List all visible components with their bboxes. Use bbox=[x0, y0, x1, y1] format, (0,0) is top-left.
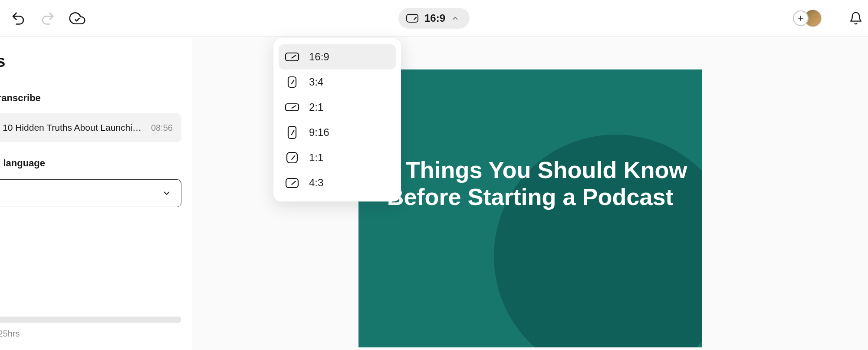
ratio-option-label: 1:1 bbox=[309, 152, 323, 164]
language-select[interactable]: h bbox=[0, 179, 181, 207]
audio-file-item[interactable]: 10 Hidden Truths About Launching ... 08:… bbox=[0, 113, 181, 142]
svg-line-9 bbox=[292, 80, 294, 84]
main-body: es es to transcribe 10 Hidden Truths Abo… bbox=[0, 36, 868, 350]
svg-rect-12 bbox=[288, 126, 296, 139]
transcribe-section-label: es to transcribe bbox=[0, 92, 192, 104]
redo-button[interactable] bbox=[38, 9, 57, 28]
ratio-shape-icon bbox=[285, 126, 299, 139]
add-collaborator-button[interactable] bbox=[793, 10, 809, 26]
aspect-ratio-value: 16:9 bbox=[424, 12, 445, 24]
video-canvas[interactable]: 10 Things You Should Know Before Startin… bbox=[358, 69, 702, 347]
ratio-option-3-4[interactable]: 3:4 bbox=[279, 69, 396, 95]
ratio-option-label: 4:3 bbox=[309, 177, 323, 189]
toolbar-left-group bbox=[9, 9, 87, 28]
toolbar-divider bbox=[834, 9, 834, 28]
cloud-sync-button[interactable] bbox=[68, 9, 87, 28]
ratio-shape-icon bbox=[285, 101, 299, 114]
ratio-option-label: 3:4 bbox=[309, 76, 323, 88]
notifications-button[interactable] bbox=[846, 9, 865, 28]
usage-total: / 25hrs bbox=[0, 329, 20, 338]
ratio-option-label: 16:9 bbox=[309, 51, 329, 63]
svg-rect-0 bbox=[407, 14, 418, 22]
toolbar-right-group bbox=[793, 9, 859, 28]
toolbar-center-group: 16:9 bbox=[398, 8, 470, 29]
ratio-option-4-3[interactable]: 4:3 bbox=[279, 170, 396, 195]
top-toolbar: 16:9 bbox=[0, 0, 868, 36]
usage-progress-bar bbox=[0, 317, 181, 323]
svg-line-7 bbox=[292, 55, 296, 58]
svg-rect-14 bbox=[287, 152, 297, 163]
ratio-shape-icon bbox=[285, 176, 299, 189]
ratio-shape-icon bbox=[285, 151, 299, 164]
svg-rect-8 bbox=[288, 77, 296, 87]
sidebar-heading: es bbox=[0, 52, 192, 71]
ratio-option-2-1[interactable]: 2:1 bbox=[279, 95, 396, 120]
svg-rect-10 bbox=[286, 104, 299, 111]
aspect-ratio-icon bbox=[406, 14, 418, 23]
svg-line-17 bbox=[292, 181, 295, 184]
undo-button[interactable] bbox=[9, 9, 28, 28]
bell-icon bbox=[849, 11, 863, 25]
canvas-title-text: 10 Things You Should Know Before Startin… bbox=[358, 156, 702, 210]
cloud-check-icon bbox=[69, 10, 85, 26]
language-section-label: oken language bbox=[0, 158, 192, 169]
ratio-option-label: 9:16 bbox=[309, 126, 329, 139]
file-title: 10 Hidden Truths About Launching ... bbox=[3, 122, 144, 133]
aspect-ratio-selector[interactable]: 16:9 bbox=[398, 8, 470, 29]
file-duration: 08:56 bbox=[151, 123, 173, 133]
sidebar: es es to transcribe 10 Hidden Truths Abo… bbox=[0, 36, 192, 350]
svg-rect-16 bbox=[286, 178, 298, 188]
ratio-shape-icon bbox=[285, 50, 299, 63]
chevron-up-icon bbox=[451, 14, 459, 22]
ratio-option-9-16[interactable]: 9:16 bbox=[279, 120, 396, 145]
ratio-option-label: 2:1 bbox=[309, 101, 323, 113]
usage-text: rs / 25hrs bbox=[0, 329, 192, 339]
svg-rect-6 bbox=[286, 53, 299, 61]
svg-line-11 bbox=[292, 106, 296, 108]
redo-icon bbox=[40, 10, 56, 26]
ratio-option-1-1[interactable]: 1:1 bbox=[279, 145, 396, 170]
aspect-ratio-dropdown: 16:93:42:19:161:14:3 bbox=[273, 38, 401, 201]
svg-line-13 bbox=[292, 130, 294, 135]
collaborator-group bbox=[793, 10, 822, 27]
usage-block: rs / 25hrs bbox=[0, 317, 192, 339]
ratio-option-16-9[interactable]: 16:9 bbox=[279, 44, 396, 69]
chevron-down-icon bbox=[162, 188, 171, 198]
ratio-shape-icon bbox=[285, 76, 299, 89]
svg-line-15 bbox=[292, 156, 295, 159]
undo-icon bbox=[10, 10, 26, 26]
plus-icon bbox=[797, 14, 805, 22]
